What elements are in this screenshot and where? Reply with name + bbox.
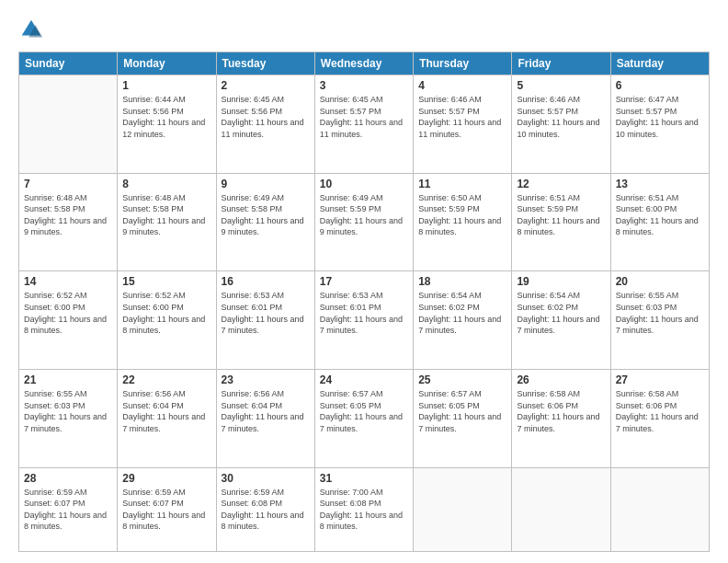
day-info: Sunrise: 6:45 AMSunset: 5:56 PMDaylight:… <box>222 94 310 140</box>
sunset-text: Sunset: 6:07 PM <box>24 498 112 510</box>
sunrise-text: Sunrise: 6:47 AM <box>616 94 704 106</box>
day-number: 26 <box>517 373 605 386</box>
day-number: 3 <box>320 79 408 92</box>
sunrise-text: Sunrise: 6:51 AM <box>517 192 605 204</box>
calendar-cell: 24Sunrise: 6:57 AMSunset: 6:05 PMDayligh… <box>314 369 413 467</box>
daylight-text: Daylight: 11 hours and 8 minutes. <box>122 510 210 533</box>
day-info: Sunrise: 7:00 AMSunset: 6:08 PMDaylight:… <box>320 487 408 533</box>
sunrise-text: Sunrise: 6:46 AM <box>418 94 506 106</box>
sunrise-text: Sunrise: 6:48 AM <box>24 192 112 204</box>
day-number: 21 <box>24 373 112 386</box>
day-info: Sunrise: 6:54 AMSunset: 6:02 PMDaylight:… <box>517 290 605 336</box>
sunrise-text: Sunrise: 6:57 AM <box>418 388 506 400</box>
sunset-text: Sunset: 5:58 PM <box>122 203 210 215</box>
sunrise-text: Sunrise: 6:54 AM <box>517 290 605 302</box>
sunset-text: Sunset: 6:04 PM <box>122 400 210 412</box>
calendar-cell: 17Sunrise: 6:53 AMSunset: 6:01 PMDayligh… <box>314 271 413 370</box>
sunset-text: Sunset: 5:59 PM <box>320 203 408 215</box>
calendar-cell: 14Sunrise: 6:52 AMSunset: 6:00 PMDayligh… <box>19 271 118 370</box>
day-number: 11 <box>418 178 506 190</box>
calendar-cell: 25Sunrise: 6:57 AMSunset: 6:05 PMDayligh… <box>414 369 512 467</box>
daylight-text: Daylight: 11 hours and 7 minutes. <box>222 314 310 337</box>
daylight-text: Daylight: 11 hours and 8 minutes. <box>616 215 704 238</box>
calendar-header-row: SundayMondayTuesdayWednesdayThursdayFrid… <box>19 52 710 75</box>
sunrise-text: Sunrise: 6:54 AM <box>418 290 506 302</box>
day-number: 27 <box>616 373 704 386</box>
calendar-week-row: 14Sunrise: 6:52 AMSunset: 6:00 PMDayligh… <box>19 271 710 370</box>
day-info: Sunrise: 6:50 AMSunset: 5:59 PMDaylight:… <box>418 192 506 238</box>
sunrise-text: Sunrise: 7:00 AM <box>320 487 408 499</box>
sunset-text: Sunset: 6:01 PM <box>222 302 310 314</box>
sunset-text: Sunset: 5:59 PM <box>418 203 506 215</box>
daylight-text: Daylight: 11 hours and 7 minutes. <box>418 314 506 337</box>
day-info: Sunrise: 6:51 AMSunset: 6:00 PMDaylight:… <box>616 192 704 238</box>
sunset-text: Sunset: 6:05 PM <box>418 400 506 412</box>
daylight-text: Daylight: 11 hours and 7 minutes. <box>517 314 605 337</box>
day-number: 24 <box>320 373 408 386</box>
calendar-week-row: 21Sunrise: 6:55 AMSunset: 6:03 PMDayligh… <box>19 369 710 467</box>
day-number: 10 <box>320 178 408 190</box>
day-number: 20 <box>616 275 704 288</box>
daylight-text: Daylight: 11 hours and 9 minutes. <box>222 215 310 238</box>
calendar-cell: 16Sunrise: 6:53 AMSunset: 6:01 PMDayligh… <box>216 271 314 370</box>
calendar-week-row: 28Sunrise: 6:59 AMSunset: 6:07 PMDayligh… <box>19 467 710 551</box>
day-number: 29 <box>122 472 210 485</box>
logo-icon <box>18 17 44 42</box>
sunrise-text: Sunrise: 6:46 AM <box>517 94 605 106</box>
daylight-text: Daylight: 11 hours and 8 minutes. <box>122 314 210 337</box>
sunset-text: Sunset: 5:59 PM <box>517 203 605 215</box>
day-number: 16 <box>222 275 310 288</box>
daylight-text: Daylight: 11 hours and 7 minutes. <box>418 411 506 434</box>
calendar-cell: 5Sunrise: 6:46 AMSunset: 5:57 PMDaylight… <box>512 75 610 174</box>
daylight-text: Daylight: 11 hours and 7 minutes. <box>222 411 310 434</box>
daylight-text: Daylight: 11 hours and 7 minutes. <box>517 411 605 434</box>
sunrise-text: Sunrise: 6:44 AM <box>122 94 210 106</box>
daylight-text: Daylight: 11 hours and 11 minutes. <box>320 117 408 140</box>
calendar-week-row: 7Sunrise: 6:48 AMSunset: 5:58 PMDaylight… <box>19 173 710 271</box>
calendar-cell: 21Sunrise: 6:55 AMSunset: 6:03 PMDayligh… <box>19 369 118 467</box>
calendar-cell: 6Sunrise: 6:47 AMSunset: 5:57 PMDaylight… <box>610 75 709 174</box>
daylight-text: Daylight: 11 hours and 11 minutes. <box>222 117 310 140</box>
daylight-text: Daylight: 11 hours and 10 minutes. <box>616 117 704 140</box>
daylight-text: Daylight: 11 hours and 9 minutes. <box>320 215 408 238</box>
day-number: 25 <box>418 373 506 386</box>
calendar-cell: 15Sunrise: 6:52 AMSunset: 6:00 PMDayligh… <box>118 271 216 370</box>
daylight-text: Daylight: 11 hours and 8 minutes. <box>320 510 408 533</box>
sunset-text: Sunset: 5:56 PM <box>122 106 210 118</box>
day-number: 5 <box>517 79 605 92</box>
day-number: 4 <box>418 79 506 92</box>
day-info: Sunrise: 6:59 AMSunset: 6:07 PMDaylight:… <box>24 487 112 533</box>
sunset-text: Sunset: 5:57 PM <box>517 106 605 118</box>
calendar-cell: 9Sunrise: 6:49 AMSunset: 5:58 PMDaylight… <box>216 173 314 271</box>
sunset-text: Sunset: 6:06 PM <box>616 400 704 412</box>
sunrise-text: Sunrise: 6:48 AM <box>122 192 210 204</box>
day-info: Sunrise: 6:48 AMSunset: 5:58 PMDaylight:… <box>24 192 112 238</box>
calendar-cell: 31Sunrise: 7:00 AMSunset: 6:08 PMDayligh… <box>314 467 413 551</box>
daylight-text: Daylight: 11 hours and 12 minutes. <box>122 117 210 140</box>
daylight-text: Daylight: 11 hours and 10 minutes. <box>517 117 605 140</box>
calendar-cell: 28Sunrise: 6:59 AMSunset: 6:07 PMDayligh… <box>19 467 118 551</box>
sunset-text: Sunset: 6:02 PM <box>418 302 506 314</box>
day-info: Sunrise: 6:56 AMSunset: 6:04 PMDaylight:… <box>122 388 210 434</box>
day-info: Sunrise: 6:58 AMSunset: 6:06 PMDaylight:… <box>517 388 605 434</box>
sunset-text: Sunset: 6:04 PM <box>222 400 310 412</box>
calendar-cell: 10Sunrise: 6:49 AMSunset: 5:59 PMDayligh… <box>314 173 413 271</box>
daylight-text: Daylight: 11 hours and 8 minutes. <box>222 510 310 533</box>
calendar-cell: 12Sunrise: 6:51 AMSunset: 5:59 PMDayligh… <box>512 173 610 271</box>
sunrise-text: Sunrise: 6:52 AM <box>122 290 210 302</box>
day-number: 19 <box>517 275 605 288</box>
day-info: Sunrise: 6:53 AMSunset: 6:01 PMDaylight:… <box>320 290 408 336</box>
sunrise-text: Sunrise: 6:58 AM <box>517 388 605 400</box>
daylight-text: Daylight: 11 hours and 9 minutes. <box>24 215 112 238</box>
sunrise-text: Sunrise: 6:53 AM <box>222 290 310 302</box>
calendar-cell: 7Sunrise: 6:48 AMSunset: 5:58 PMDaylight… <box>19 173 118 271</box>
day-info: Sunrise: 6:49 AMSunset: 5:59 PMDaylight:… <box>320 192 408 238</box>
col-header-thursday: Thursday <box>414 52 512 75</box>
day-info: Sunrise: 6:51 AMSunset: 5:59 PMDaylight:… <box>517 192 605 238</box>
day-info: Sunrise: 6:45 AMSunset: 5:57 PMDaylight:… <box>320 94 408 140</box>
sunrise-text: Sunrise: 6:56 AM <box>122 388 210 400</box>
sunset-text: Sunset: 6:06 PM <box>517 400 605 412</box>
daylight-text: Daylight: 11 hours and 8 minutes. <box>517 215 605 238</box>
day-info: Sunrise: 6:56 AMSunset: 6:04 PMDaylight:… <box>222 388 310 434</box>
daylight-text: Daylight: 11 hours and 7 minutes. <box>616 411 704 434</box>
